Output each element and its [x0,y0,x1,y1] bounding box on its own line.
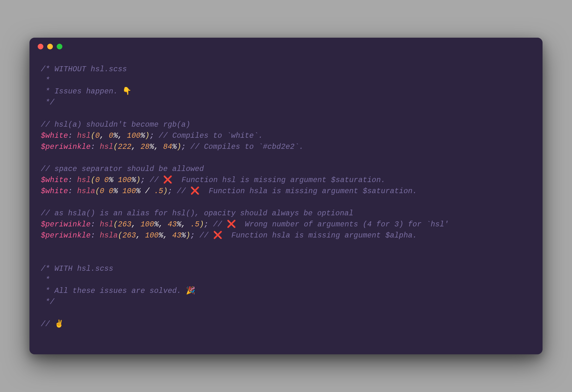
number: 0 [95,176,100,184]
point-down-icon: 👇 [122,87,131,96]
number: 43 [172,231,181,240]
number: 100 [145,231,159,240]
comment-line: // [41,320,54,328]
percent: % [136,187,140,195]
space [95,220,100,229]
comment-line: * [41,275,50,284]
victory-hand-icon: ✌️ [54,320,64,328]
var-white: $white [41,187,68,195]
percent: % [113,131,118,140]
percent: % [113,187,118,195]
comment-line: * [41,76,50,85]
fn-hsl: hsl [77,131,91,140]
comma: , [181,220,190,229]
comment-inline: // Compiles to `#cbd2e2`. [186,142,304,151]
colon: : [68,131,73,140]
space [73,131,77,140]
paren-close: ) [177,142,181,151]
percent: % [131,176,136,184]
comment-block-start: /* WITHOUT hsl.scss [41,65,127,73]
comment-inline: Function hsla is missing argument $alpha… [222,231,417,240]
percent: % [149,142,154,151]
number: 0 [109,187,113,195]
comment-inline: Function hsla is missing argument $satur… [200,187,417,195]
number: 0 [95,131,100,140]
number: 100 [118,176,131,184]
comment-inline: Wrong number of arguments (4 for 3) for … [236,220,449,229]
space [73,187,77,195]
semicolon: ; [149,131,154,140]
number: 84 [163,142,172,151]
space [100,176,104,184]
semicolon: ; [168,187,172,195]
colon: : [91,142,95,151]
comma: , [131,142,141,151]
terminal-window: /* WITHOUT hsl.scss * * Issues happen. 👇… [29,38,543,354]
percent: % [109,176,113,184]
comment-prefix: // [208,220,226,229]
paren-open: ( [95,187,100,195]
fn-hsl: hsl [100,142,113,151]
number: .5 [190,220,200,229]
percent: % [141,131,145,140]
comma: , [131,220,141,229]
number: 222 [118,142,131,151]
colon: : [68,187,73,195]
fn-hsl: hsl [100,220,113,229]
comma: , [136,231,145,240]
var-white: $white [41,176,68,184]
paren-open: ( [113,142,118,151]
cross-mark-icon: ❌ [227,220,236,229]
semicolon: ; [181,142,186,151]
number: 43 [168,220,177,229]
paren-open: ( [113,220,118,229]
semicolon: ; [204,220,208,229]
window-minimize-dot[interactable] [47,44,53,49]
comment-line: * All these issues are solved. [41,287,186,295]
percent: % [177,220,181,229]
cross-mark-icon: ❌ [163,176,172,184]
number: 100 [123,187,136,195]
semicolon: ; [141,176,145,184]
number: 0 [100,187,104,195]
space [73,176,77,184]
comma: , [118,131,127,140]
fn-hsl: hsl [77,176,91,184]
window-close-dot[interactable] [38,44,43,49]
paren-open: ( [118,231,122,240]
window-maximize-dot[interactable] [57,44,62,49]
number: .5 [154,187,163,195]
comma: , [154,142,163,151]
number: 28 [141,142,150,151]
number: 0 [104,176,109,184]
space [95,231,100,240]
paren-close: ) [136,176,140,184]
space [118,187,122,195]
paren-close: ) [163,187,168,195]
party-popper-icon: 🎉 [186,287,195,295]
space [113,176,118,184]
space [95,142,100,151]
comment-line: // hsl(a) shouldn't become rgb(a) [41,120,190,129]
comment-inline: // Compiles to `white`. [154,131,263,140]
space [104,187,109,195]
code-area: /* WITHOUT hsl.scss * * Issues happen. 👇… [29,55,543,338]
comment-block-end: */ [41,298,54,306]
comma: , [100,131,109,140]
number: 100 [141,220,154,229]
number: 263 [122,231,136,240]
comment-block-start: /* WITH hsl.scss [41,264,113,273]
percent: % [154,220,159,229]
paren-close: ) [200,220,204,229]
percent: % [159,231,163,240]
comment-line: * Issues happen. [41,87,122,96]
var-periwinkle: $periwinkle [41,220,91,229]
comment-block-end: */ [41,98,54,107]
number: 100 [127,131,141,140]
paren-close: ) [186,231,190,240]
colon: : [91,231,95,240]
comment-prefix: // [172,187,190,195]
percent: % [172,142,177,151]
comma: , [159,220,168,229]
cross-mark-icon: ❌ [190,187,200,195]
